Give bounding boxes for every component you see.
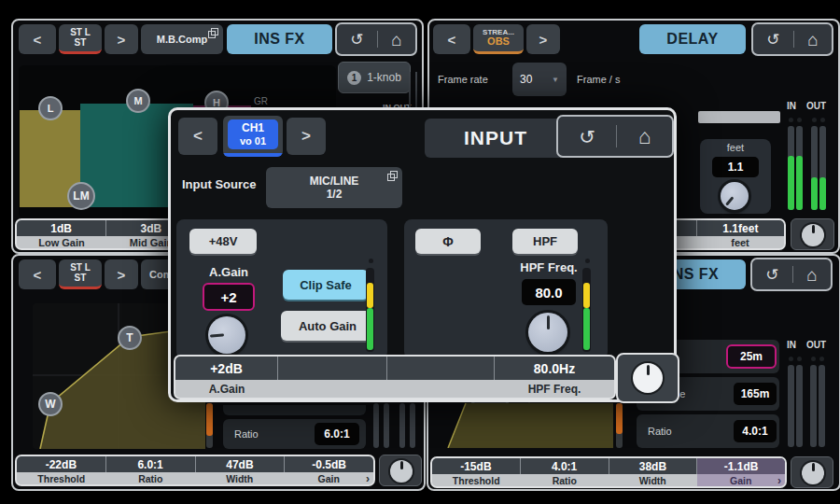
param-label: [387, 380, 495, 398]
param-cell-again[interactable]: +2dB: [175, 357, 278, 380]
meter-out-label: OUT: [806, 101, 826, 111]
gain-label: Gain: [318, 473, 340, 484]
channel-select-button[interactable]: ST L ST: [59, 259, 102, 289]
more-params-chevron-icon[interactable]: ›: [777, 474, 781, 487]
next-channel-button[interactable]: >: [105, 24, 138, 54]
prev-channel-button[interactable]: <: [19, 259, 56, 289]
param-cell-width[interactable]: 47dB: [196, 456, 286, 472]
param-label: HPF Freq.: [495, 380, 614, 398]
dialog-prev-channel-button[interactable]: <: [178, 118, 217, 155]
copy-icon: [387, 171, 398, 181]
prev-channel-button[interactable]: <: [19, 24, 56, 54]
next-channel-button[interactable]: >: [105, 259, 138, 289]
param-label: Threshold: [17, 472, 106, 484]
param-cell-feet[interactable]: 1.1feet: [697, 220, 784, 236]
one-knob-button[interactable]: 1 1-knob: [338, 62, 411, 93]
clip-dot: [369, 259, 373, 263]
comp-curve-graph: [445, 401, 613, 448]
param-cell[interactable]: [387, 357, 495, 380]
touch-knob-button[interactable]: [379, 455, 422, 486]
undo-icon[interactable]: ↺: [765, 267, 778, 283]
param-cell-width[interactable]: 38dB: [609, 458, 698, 474]
dropdown-arrow-icon: ▼: [552, 76, 559, 84]
delay-knob[interactable]: [721, 182, 749, 210]
param-cell-hpf-freq[interactable]: 80.0Hz: [495, 357, 614, 380]
release-value-box[interactable]: 165m: [734, 383, 777, 405]
ratio-value-box[interactable]: 4.0:1: [734, 420, 777, 442]
fx-name: M.B.Comp: [157, 34, 207, 45]
fx-select-button[interactable]: M.B.Comp: [141, 24, 223, 54]
prev-channel-button[interactable]: <: [433, 24, 470, 54]
again-knob[interactable]: [208, 316, 245, 354]
auto-gain-button[interactable]: Auto Gain: [281, 311, 374, 341]
phase-button[interactable]: Φ: [415, 229, 481, 254]
meter-yellow-fill: [583, 283, 590, 308]
param-cell-ratio[interactable]: 4.0:1: [521, 458, 609, 474]
attack-value-box[interactable]: 25m: [726, 344, 777, 369]
undo-icon[interactable]: ↺: [766, 32, 779, 48]
touch-knob-icon: [390, 460, 413, 483]
dialog-next-channel-button[interactable]: >: [287, 118, 326, 155]
ratio-row[interactable]: Ratio 4.0:1: [637, 414, 779, 448]
threshold-handle[interactable]: T: [118, 326, 142, 350]
channel-select-button[interactable]: ST L ST: [59, 24, 102, 54]
in-meter: [788, 365, 794, 447]
frame-unit-label: Frame / s: [577, 74, 620, 85]
band-mid-handle[interactable]: M: [126, 89, 150, 113]
param-cell-threshold[interactable]: -22dB: [17, 456, 106, 472]
page-title-delay: DELAY: [639, 24, 746, 54]
nav-group: ↺ ⌂: [335, 22, 417, 56]
home-icon[interactable]: ⌂: [638, 126, 651, 147]
ratio-value-box[interactable]: 6.0:1: [315, 423, 359, 445]
touch-knob-button[interactable]: [791, 218, 834, 250]
home-icon[interactable]: ⌂: [806, 266, 817, 284]
nav-group: ↺ ⌂: [751, 22, 833, 56]
feet-value-box[interactable]: 1.1: [712, 157, 759, 177]
delay-scale-bar: [698, 111, 780, 123]
param-cell-ratio[interactable]: 6.0:1: [106, 456, 196, 472]
more-params-chevron-icon[interactable]: ›: [366, 472, 370, 485]
param-cell[interactable]: [278, 357, 387, 380]
dialog-param-bar: +2dB 80.0Hz A.Gain HPF Freq.: [174, 355, 616, 399]
meter-green-fill: [367, 308, 373, 350]
clip-safe-button[interactable]: Clip Safe: [283, 270, 369, 300]
param-label: A.Gain: [175, 380, 278, 398]
dialog-touch-knob-button[interactable]: [616, 353, 679, 403]
input-source-value2: 1/2: [327, 188, 343, 201]
channel-name2: OBS: [487, 36, 510, 48]
param-cell-gain[interactable]: -0.5dB: [285, 456, 373, 472]
hpf-card: Φ HPF HPF Freq. 80.0: [404, 219, 608, 359]
gr-meter: [616, 403, 623, 448]
hpf-freq-value-box[interactable]: 80.0: [522, 279, 576, 305]
dialog-channel-select-button[interactable]: CH1 vo 01: [223, 116, 283, 157]
hpf-button[interactable]: HPF: [512, 229, 578, 254]
mixer-screen: < ST L ST > M.B.Comp INS FX ↺ ⌂ 1 1-knob…: [0, 0, 840, 504]
channel-text: CH1 vo 01: [223, 116, 283, 153]
home-icon[interactable]: ⌂: [807, 31, 818, 49]
out-meter: [399, 403, 405, 448]
channel-select-button[interactable]: STREA... OBS: [473, 24, 524, 54]
out-meter: [819, 365, 825, 447]
home-icon[interactable]: ⌂: [391, 31, 401, 49]
next-channel-button[interactable]: >: [526, 24, 560, 54]
crossover-lm-handle[interactable]: LM: [67, 182, 95, 210]
again-value-box[interactable]: +2: [203, 283, 255, 311]
undo-icon[interactable]: ↺: [350, 32, 363, 48]
input-source-button[interactable]: MIC/LINE 1/2: [266, 167, 402, 208]
param-label: Low Gain: [17, 236, 106, 248]
meter-green-fill: [583, 308, 590, 350]
ratio-row[interactable]: Ratio 6.0:1: [223, 419, 366, 449]
band-low-handle[interactable]: L: [38, 96, 63, 120]
param-cell-threshold[interactable]: -15dB: [432, 458, 521, 474]
phantom-48v-button[interactable]: +48V: [189, 229, 257, 254]
clip-dot: [797, 118, 802, 122]
param-cell-gain-selected[interactable]: -1.1dB: [697, 458, 785, 474]
frame-rate-dropdown[interactable]: 30 ▼: [512, 63, 567, 96]
undo-icon[interactable]: ↺: [579, 127, 595, 147]
width-handle[interactable]: W: [38, 392, 63, 416]
one-knob-icon: 1: [347, 71, 361, 85]
hpf-freq-knob[interactable]: [528, 313, 567, 352]
touch-knob-button[interactable]: [791, 456, 833, 488]
param-cell-low-gain[interactable]: 1dB: [17, 220, 106, 236]
ratio-row-label: Ratio: [648, 426, 672, 437]
